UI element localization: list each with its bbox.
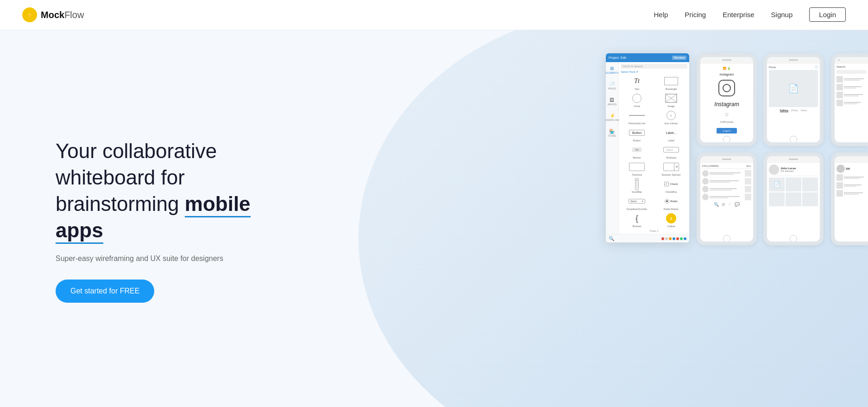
phone-photo-screen: Photo 📄 📄 Gallery Photo Video <box>767 64 820 137</box>
element-textarea[interactable]: TextArea <box>621 161 653 176</box>
feed-avatar-4 <box>702 194 709 200</box>
elements-panel: Ctrl+K to Search Select Pack ▾ Tt Text <box>619 62 689 234</box>
sidebar-workflow[interactable]: ⚡ WORKFLOW <box>606 111 619 123</box>
grid-item-5 <box>786 192 801 206</box>
page-indicator: Page 2 <box>621 229 687 232</box>
element-scrollbar[interactable]: ScrollBar <box>621 178 653 193</box>
feed-thumb-3 <box>745 186 751 192</box>
social-header: FOLLOWING ALL <box>702 165 751 169</box>
element-label[interactable]: Label... Label <box>655 127 687 142</box>
element-radio[interactable]: Radio Radio Button <box>655 195 687 210</box>
logo-text: MockFlow <box>41 10 84 20</box>
phone-photo: Photo 📄 📄 Gallery Photo Video <box>763 53 824 146</box>
element-checkbox[interactable]: ✓ Check CheckBox <box>655 178 687 193</box>
element-circle[interactable]: Circle <box>621 92 653 108</box>
phone-profile: John Lucas 200 followers 📄 <box>763 153 824 245</box>
insta-status: 📶 🔋 <box>723 67 730 70</box>
social-bottom-bar: 🔍 ⊞ ♡ 💬 <box>702 202 751 207</box>
phones-column-2: Search <box>831 53 868 245</box>
hero-section: Your collaborative whiteboard for brains… <box>0 30 868 407</box>
nav-signup[interactable]: Signup <box>771 11 793 19</box>
element-dropdown[interactable]: Select▾ Dropdown/Combo <box>621 195 653 210</box>
phone-speaker <box>722 59 731 61</box>
element-textinput[interactable]: Input TextInput <box>655 144 687 159</box>
feed-thumb-1 <box>745 170 751 177</box>
feed-avatar-2 <box>702 178 709 184</box>
nav-login[interactable]: Login <box>809 11 846 19</box>
phone-instagram: 📶 🔋 Instagram Instagram 4,954 posts Log … <box>697 53 757 146</box>
photo-placeholder: 📄 <box>769 70 818 107</box>
element-hline[interactable]: Horizontal Line <box>621 109 653 125</box>
social-feed <box>702 170 751 200</box>
feed-item-1 <box>702 170 751 177</box>
hero-title: Your collaborative whiteboard for brains… <box>56 138 269 244</box>
feed-item-4 <box>702 194 751 200</box>
phone-home-button[interactable] <box>723 136 730 143</box>
app-bottom-toolbar: 🔍 <box>606 234 689 242</box>
phone-partial-2: 200 <box>831 153 868 245</box>
element-numeric[interactable]: Numeric Spinner <box>655 161 687 176</box>
hero-content: Your collaborative whiteboard for brains… <box>0 101 324 340</box>
grid-item-1: 📄 <box>769 178 785 191</box>
elements-search[interactable]: Ctrl+K to Search <box>621 64 687 69</box>
logo[interactable]: ⚡ MockFlow <box>22 7 84 22</box>
feed-item-3 <box>702 186 751 192</box>
phone-home-2 <box>767 137 820 142</box>
feed-thumb-4 <box>745 194 751 200</box>
sidebar-elements[interactable]: ⊞ ELEMENTS <box>606 64 618 76</box>
element-rectangle[interactable]: Rectangle <box>655 75 687 90</box>
phone-home-button-3[interactable] <box>723 235 730 242</box>
insta-title: Instagram <box>719 73 734 76</box>
video-tab[interactable]: Video <box>801 109 807 112</box>
sidebar-pages[interactable]: 📄 PAGES <box>608 80 616 92</box>
phone-top-bar-4 <box>767 156 820 163</box>
element-iconlib[interactable]: i Icon Library <box>655 109 687 125</box>
phone-pair-2: FOLLOWING ALL <box>697 153 824 245</box>
dot-gray1 <box>665 237 668 240</box>
element-button[interactable]: Button Button <box>621 127 653 142</box>
bottom-dots <box>661 237 686 240</box>
nav-enterprise[interactable]: Enterprise <box>723 11 754 19</box>
logo-icon: ⚡ <box>22 7 37 22</box>
element-text[interactable]: Tt Text <box>621 75 653 90</box>
feed-thumb-2 <box>745 178 751 184</box>
photo-tab[interactable]: Photo <box>791 109 798 112</box>
navbar: ⚡ MockFlow Help Pricing Enterprise Signu… <box>0 0 868 30</box>
phone-pair-1: 📶 🔋 Instagram Instagram 4,954 posts Log … <box>697 53 824 146</box>
nav-pricing[interactable]: Pricing <box>685 11 706 19</box>
gallery-tab[interactable]: Gallery <box>780 109 789 112</box>
phone-home-button-4[interactable] <box>790 235 797 242</box>
dot-red2 <box>676 237 679 240</box>
toolbar-project: Project <box>609 56 619 59</box>
phone-top-bar-2 <box>767 57 820 64</box>
element-bracket[interactable]: { Bracket <box>621 212 653 228</box>
sidebar-store[interactable]: 🏪 STORE <box>608 127 616 139</box>
phone-instagram-screen: 📶 🔋 Instagram Instagram 4,954 posts Log … <box>700 64 753 137</box>
hero-visual: Project Edit Review ⊞ ELEMENTS 📄 PAGES <box>606 53 868 245</box>
zoom-icon[interactable]: 🔍 <box>609 236 614 241</box>
dot-red <box>661 237 664 240</box>
select-pack[interactable]: Select Pack ▾ <box>621 70 687 73</box>
profile-grid: 📄 <box>769 178 818 206</box>
element-image[interactable]: Image <box>655 92 687 108</box>
nav-help[interactable]: Help <box>654 11 668 19</box>
insta-profile-pic <box>725 113 728 116</box>
partial-search-screen: Search <box>835 64 868 108</box>
sidebar-images[interactable]: 🖼 IMAGES <box>608 95 616 108</box>
grid-item-3 <box>802 178 818 191</box>
insta-brand: Instagram <box>714 101 739 108</box>
element-callout[interactable]: 2 Callout <box>655 212 687 228</box>
element-banner[interactable]: Ad Banner <box>621 144 653 159</box>
phone-home <box>700 137 753 142</box>
search-bar <box>837 70 866 74</box>
phone-top-bar <box>700 57 753 64</box>
app-window: Project Edit Review ⊞ ELEMENTS 📄 PAGES <box>606 53 689 242</box>
sidebar-icons: ⊞ ELEMENTS 📄 PAGES 🖼 IMAGES ⚡ WORKFLOW <box>606 62 619 234</box>
feed-avatar-3 <box>702 186 709 192</box>
phone-home-button-2[interactable] <box>790 136 797 143</box>
cta-button[interactable]: Get started for FREE <box>56 280 154 303</box>
photo-tabs: Gallery Photo Video <box>769 109 818 112</box>
insta-login-btn[interactable]: Log in <box>717 128 737 134</box>
phone-social: FOLLOWING ALL <box>697 153 757 245</box>
toolbar-review: Review <box>672 56 686 60</box>
